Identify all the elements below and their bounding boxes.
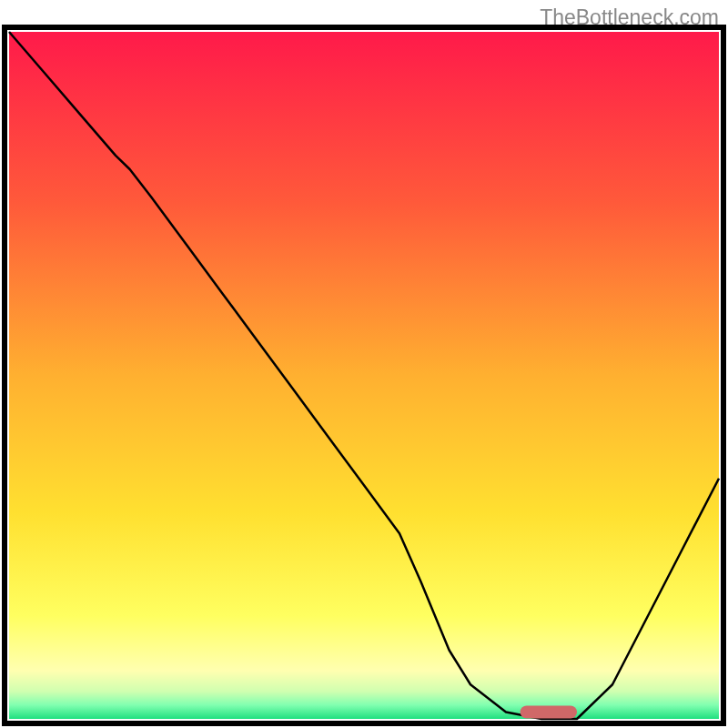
bottleneck-chart [0,0,728,728]
chart-container: TheBottleneck.com [0,0,728,728]
optimal-marker [521,705,577,718]
watermark-text: TheBottleneck.com [540,5,719,30]
gradient-background [9,32,719,719]
